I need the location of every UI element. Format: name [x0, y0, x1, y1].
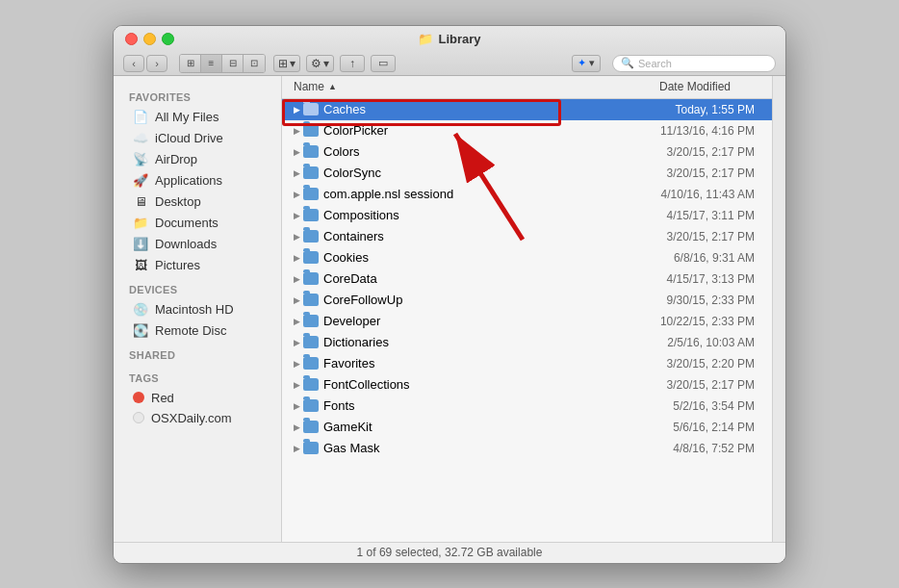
expand-icon[interactable]: ▶: [290, 145, 303, 159]
folder-icon: [303, 272, 319, 285]
sidebar-label-icloud-drive: iCloud Drive: [155, 131, 223, 145]
view-cover-button[interactable]: ⊡: [244, 55, 265, 72]
title-folder-icon: 📁: [418, 32, 433, 46]
expand-icon[interactable]: ▶: [290, 124, 303, 138]
share-button[interactable]: ↑: [340, 55, 365, 72]
desktop-icon: 🖥: [133, 194, 148, 210]
file-row-compositions[interactable]: ▶ Compositions 4/15/17, 3:11 PM: [282, 205, 772, 226]
file-row-developer[interactable]: ▶ Developer 10/22/15, 2:33 PM: [282, 311, 772, 332]
file-name-coredata: CoreData: [323, 271, 572, 286]
expand-icon[interactable]: ▶: [290, 442, 303, 455]
nav-buttons: ‹ ›: [123, 55, 167, 72]
scrollbar[interactable]: [772, 76, 785, 542]
devices-section-header: Devices: [114, 276, 281, 299]
file-row-corefollowup[interactable]: ▶ CoreFollowUp 9/30/15, 2:33 PM: [282, 290, 772, 311]
back-button[interactable]: ‹: [123, 55, 144, 72]
sidebar-item-tag-osxdaily[interactable]: OSXDaily.com: [117, 408, 277, 428]
sidebar-item-desktop[interactable]: 🖥 Desktop: [117, 192, 277, 213]
sidebar-item-documents[interactable]: 📁 Documents: [117, 213, 277, 234]
dropbox-chevron: ▾: [589, 57, 595, 69]
window-buttons: × – +: [125, 33, 174, 45]
view-columns-button[interactable]: ⊟: [222, 55, 244, 72]
maximize-button[interactable]: +: [162, 33, 174, 45]
expand-icon[interactable]: ▶: [290, 209, 303, 222]
folder-icon: [303, 251, 319, 264]
sidebar-label-all-my-files: All My Files: [155, 110, 218, 124]
column-header-name[interactable]: Name ▲: [290, 76, 655, 98]
file-row-fonts[interactable]: ▶ Fonts 5/2/16, 3:54 PM: [282, 396, 772, 417]
sidebar-label-airdrop: AirDrop: [155, 152, 197, 166]
expand-icon[interactable]: ▶: [290, 251, 303, 265]
close-button[interactable]: ×: [125, 33, 138, 45]
all-my-files-icon: 📄: [133, 110, 148, 125]
file-row-dictionaries[interactable]: ▶ Dictionaries 2/5/16, 10:03 AM: [282, 332, 772, 353]
file-row-colorsync[interactable]: ▶ ColorSync 3/20/15, 2:17 PM: [282, 163, 772, 184]
sidebar-label-remote-disc: Remote Disc: [155, 323, 226, 338]
expand-icon[interactable]: ▶: [290, 166, 303, 180]
red-tag-dot: [133, 392, 144, 403]
sidebar-item-pictures[interactable]: 🖼 Pictures: [117, 255, 277, 276]
file-row-colors[interactable]: ▶ Colors 3/20/15, 2:17 PM: [282, 141, 772, 163]
file-name-developer: Developer: [323, 314, 572, 328]
sidebar-item-tag-red[interactable]: Red: [117, 388, 277, 408]
expand-icon[interactable]: ▶: [290, 103, 303, 116]
file-date-containers: 3/20/15, 2:17 PM: [572, 230, 764, 243]
dropbox-button[interactable]: ✦ ▾: [572, 55, 601, 72]
file-row-fontcollections[interactable]: ▶ FontCollections 3/20/15, 2:17 PM: [282, 374, 772, 396]
shared-section-header: Shared: [114, 342, 281, 365]
file-row-gas-mask[interactable]: ▶ Gas Mask 4/8/16, 7:52 PM: [282, 438, 772, 459]
expand-icon[interactable]: ▶: [290, 399, 303, 413]
expand-icon[interactable]: ▶: [290, 272, 303, 286]
view-icons-button[interactable]: ⊞: [180, 55, 201, 72]
forward-button[interactable]: ›: [146, 55, 167, 72]
arrange-view-button[interactable]: ▭: [371, 55, 396, 72]
sidebar-item-macintosh-hd[interactable]: 💿 Macintosh HD: [117, 299, 277, 320]
file-row-containers[interactable]: ▶ Containers 3/20/15, 2:17 PM: [282, 226, 772, 247]
favorites-section-header: Favorites: [114, 84, 281, 107]
file-date-gamekit: 5/6/16, 2:14 PM: [572, 421, 764, 434]
arrange-chevron: ▾: [290, 57, 295, 70]
folder-icon: [303, 357, 319, 370]
file-row-coredata[interactable]: ▶ CoreData 4/15/17, 3:13 PM: [282, 268, 772, 290]
sidebar-item-icloud-drive[interactable]: ☁️ iCloud Drive: [117, 128, 277, 149]
file-date-cookies: 6/8/16, 9:31 AM: [572, 251, 764, 265]
folder-icon: [303, 188, 319, 200]
sidebar-item-airdrop[interactable]: 📡 AirDrop: [117, 149, 277, 170]
sidebar: Favorites 📄 All My Files ☁️ iCloud Drive…: [114, 76, 282, 542]
sidebar-item-remote-disc[interactable]: 💽 Remote Disc: [117, 320, 277, 342]
file-name-corefollowup: CoreFollowUp: [323, 293, 572, 307]
arrange-icon: ⊞: [278, 57, 288, 70]
view-list-button[interactable]: ≡: [201, 55, 222, 72]
expand-icon[interactable]: ▶: [290, 188, 303, 201]
sidebar-label-tag-osxdaily: OSXDaily.com: [151, 411, 232, 425]
expand-icon[interactable]: ▶: [290, 294, 303, 307]
column-header-date[interactable]: Date Modified: [655, 76, 764, 98]
statusbar: 1 of 69 selected, 32.72 GB available: [114, 542, 785, 563]
file-row-com-apple[interactable]: ▶ com.apple.nsl sessiond 4/10/16, 11:43 …: [282, 184, 772, 205]
file-row-favorites[interactable]: ▶ Favorites 3/20/15, 2:20 PM: [282, 353, 772, 374]
date-label: Date Modified: [659, 80, 731, 93]
expand-icon[interactable]: ▶: [290, 230, 303, 243]
file-row-cookies[interactable]: ▶ Cookies 6/8/16, 9:31 AM: [282, 247, 772, 268]
sidebar-item-downloads[interactable]: ⬇️ Downloads: [117, 234, 277, 255]
search-placeholder: Search: [638, 58, 672, 69]
expand-icon[interactable]: ▶: [290, 357, 303, 371]
file-row-gamekit[interactable]: ▶ GameKit 5/6/16, 2:14 PM: [282, 417, 772, 438]
expand-icon[interactable]: ▶: [290, 421, 303, 434]
expand-icon[interactable]: ▶: [290, 378, 303, 392]
search-box[interactable]: 🔍 Search: [612, 55, 776, 72]
expand-icon[interactable]: ▶: [290, 315, 303, 328]
file-date-com-apple: 4/10/16, 11:43 AM: [572, 188, 764, 201]
arrange-button[interactable]: ⊞ ▾: [273, 55, 300, 72]
gear-icon: ⚙: [311, 57, 321, 70]
file-name-caches: Caches: [323, 102, 572, 116]
expand-icon[interactable]: ▶: [290, 336, 303, 349]
sidebar-item-all-my-files[interactable]: 📄 All My Files: [117, 107, 277, 128]
sidebar-item-applications[interactable]: 🚀 Applications: [117, 170, 277, 192]
action-button[interactable]: ⚙ ▾: [306, 55, 334, 72]
file-date-fontcollections: 3/20/15, 2:17 PM: [572, 378, 764, 392]
file-row-colorpicker[interactable]: ▶ ColorPicker 11/13/16, 4:16 PM: [282, 120, 772, 141]
file-row-caches[interactable]: ▶ Caches Today, 1:55 PM: [282, 99, 772, 120]
minimize-button[interactable]: –: [143, 33, 156, 45]
sidebar-label-applications: Applications: [155, 173, 222, 188]
